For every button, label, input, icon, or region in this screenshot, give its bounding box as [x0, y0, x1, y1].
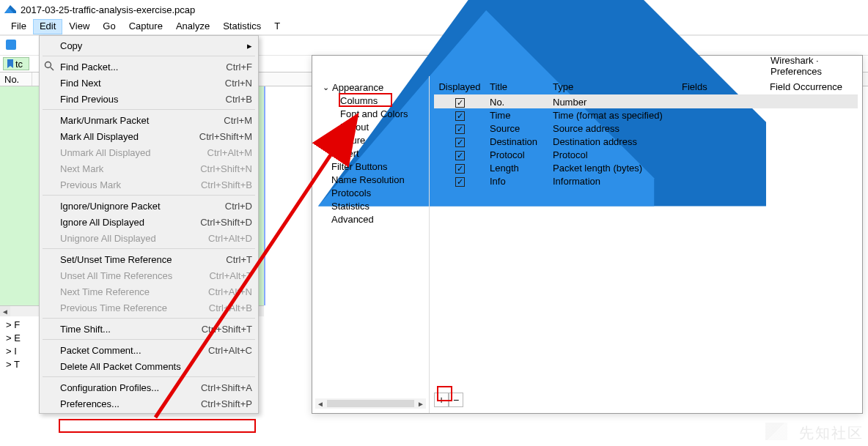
cell-fields	[677, 127, 765, 129]
menu-item[interactable]: Find PreviousCtrl+B	[41, 91, 257, 107]
cell-type: Packet length (bytes)	[548, 162, 677, 174]
hdr-title[interactable]: Title	[485, 81, 548, 94]
cell-displayed[interactable]: ✓	[434, 109, 485, 122]
header-no[interactable]: No.	[0, 73, 32, 86]
preferences-tree[interactable]: ⌄ Appearance ColumnsFont and ColorsLayou…	[312, 76, 430, 413]
cell-type: Protocol	[548, 149, 677, 161]
cell-title: Length	[485, 162, 548, 174]
menu-item-label: Mark/Unmark Packet	[60, 115, 224, 126]
menu-edit[interactable]: Edit	[33, 19, 62, 34]
menu-item[interactable]: Mark All DisplayedCtrl+Shift+M	[41, 128, 257, 144]
menu-item-shortcut: Ctrl+Shift+N	[200, 163, 252, 174]
hdr-fields[interactable]: Fields	[677, 81, 765, 94]
cell-displayed[interactable]: ✓	[434, 175, 485, 187]
tree-node[interactable]: Columns	[312, 94, 429, 107]
column-row[interactable]: ✓SourceSource address	[434, 122, 858, 135]
checkbox-icon[interactable]: ✓	[455, 151, 465, 160]
column-row[interactable]: ✓DestinationDestination address	[434, 135, 858, 148]
menu-statistics[interactable]: Statistics	[216, 19, 268, 34]
scroll-thumb[interactable]	[327, 400, 414, 407]
cell-displayed[interactable]: ✓	[434, 122, 485, 135]
tree-scrollbar[interactable]: ◄ ►	[315, 398, 426, 409]
column-row[interactable]: ✓TimeTime (format as specified)	[434, 108, 858, 122]
checkbox-icon[interactable]: ✓	[455, 164, 465, 174]
tree-node[interactable]: Expert	[312, 146, 429, 160]
hdr-fo[interactable]: Field Occurrence	[765, 81, 858, 94]
menu-item[interactable]: Find Packet...Ctrl+F	[41, 59, 257, 75]
menu-separator	[43, 376, 255, 377]
menu-item-label: Packet Comment...	[60, 345, 208, 356]
scroll-left-icon[interactable]: ◄	[315, 398, 326, 409]
checkbox-icon[interactable]: ✓	[455, 177, 465, 187]
menu-item[interactable]: Delete All Packet Comments	[41, 358, 257, 374]
menu-item[interactable]: Configuration Profiles...Ctrl+Shift+A	[41, 379, 257, 395]
menu-item[interactable]: Packet Comment...Ctrl+Alt+C	[41, 342, 257, 358]
cell-type: Destination address	[548, 135, 677, 148]
menu-capture[interactable]: Capture	[122, 19, 169, 34]
hdr-displayed[interactable]: Displayed	[434, 81, 485, 94]
menu-item-label: Unmark All Displayed	[60, 147, 207, 158]
menu-item-label: Find Previous	[60, 94, 226, 105]
menu-item[interactable]: Ignore All DisplayedCtrl+Shift+D	[41, 214, 257, 230]
tree-appearance[interactable]: ⌄ Appearance	[312, 81, 429, 94]
checkbox-icon[interactable]: ✓	[455, 98, 465, 108]
cell-fo	[765, 127, 858, 129]
toolbar-button[interactable]	[4, 38, 19, 53]
column-row[interactable]: ✓InfoInformation	[434, 174, 858, 187]
tree-node[interactable]: Layout	[312, 120, 429, 133]
tree-node[interactable]: Name Resolution	[312, 173, 429, 186]
add-column-button[interactable]: +	[434, 393, 449, 407]
menu-view[interactable]: View	[62, 19, 96, 34]
cell-displayed[interactable]: ✓	[434, 96, 485, 108]
menu-item-label: Configuration Profiles...	[60, 382, 201, 393]
menu-item-label: Copy	[60, 40, 252, 51]
menu-file[interactable]: File	[4, 19, 33, 34]
tree-node[interactable]: Font and Colors	[312, 107, 429, 120]
chevron-down-icon: ⌄	[323, 83, 329, 92]
preferences-titlebar: Wireshark · Preferences	[312, 56, 862, 76]
menu-t[interactable]: T	[268, 19, 287, 34]
menu-item[interactable]: Copy▸	[41, 37, 257, 53]
menu-item-shortcut: Ctrl+Alt+M	[207, 147, 252, 158]
cell-displayed[interactable]: ✓	[434, 162, 485, 174]
menu-item-shortcut: Ctrl+F	[226, 62, 252, 73]
menu-item[interactable]: Find NextCtrl+N	[41, 75, 257, 91]
checkbox-icon[interactable]: ✓	[455, 111, 465, 121]
edit-menu: Copy▸Find Packet...Ctrl+FFind NextCtrl+N…	[39, 35, 259, 414]
remove-column-button[interactable]: −	[449, 393, 463, 407]
menu-item-shortcut: Ctrl+M	[224, 115, 252, 126]
tree-node[interactable]: Statistics	[312, 199, 429, 212]
filter-box[interactable]: tc	[3, 57, 29, 70]
scroll-right-icon[interactable]: ►	[416, 398, 426, 409]
menu-item[interactable]: Preferences...Ctrl+Shift+P	[41, 395, 257, 412]
menu-item-label: Next Time Reference	[60, 286, 208, 297]
tree-node[interactable]: Capture	[312, 133, 429, 146]
menu-item[interactable]: Mark/Unmark PacketCtrl+M	[41, 112, 257, 128]
menu-go[interactable]: Go	[96, 19, 122, 34]
menu-item-shortcut: Ctrl+B	[226, 94, 252, 105]
tree-node[interactable]: Filter Buttons	[312, 160, 429, 173]
cell-displayed[interactable]: ✓	[434, 135, 485, 148]
menu-item[interactable]: Time Shift...Ctrl+Shift+T	[41, 321, 257, 337]
cell-displayed[interactable]: ✓	[434, 149, 485, 161]
tree-node[interactable]: Advanced	[312, 212, 429, 226]
column-row[interactable]: ✓No.Number	[434, 95, 858, 108]
preferences-title: Wireshark · Preferences	[770, 55, 856, 77]
column-row[interactable]: ✓LengthPacket length (bytes)	[434, 161, 858, 174]
bookmark-icon	[5, 59, 15, 69]
menu-item-label: Mark All Displayed	[60, 131, 199, 142]
checkbox-icon[interactable]: ✓	[455, 124, 465, 134]
menu-item[interactable]: Set/Unset Time ReferenceCtrl+T	[41, 251, 257, 267]
svg-point-1	[45, 62, 51, 68]
tree-node[interactable]: Protocols	[312, 186, 429, 199]
menu-item: Next Time ReferenceCtrl+Alt+N	[41, 283, 257, 300]
svg-rect-0	[6, 40, 16, 50]
menu-item: Previous MarkCtrl+Shift+B	[41, 176, 257, 193]
checkbox-icon[interactable]: ✓	[455, 138, 465, 147]
hdr-type[interactable]: Type	[548, 81, 677, 94]
cell-fo	[765, 167, 858, 168]
column-row[interactable]: ✓ProtocolProtocol	[434, 148, 858, 161]
menu-item[interactable]: Ignore/Unignore PacketCtrl+D	[41, 198, 257, 214]
menu-analyze[interactable]: Analyze	[169, 19, 216, 34]
scroll-left-icon[interactable]: ◄	[0, 306, 10, 316]
